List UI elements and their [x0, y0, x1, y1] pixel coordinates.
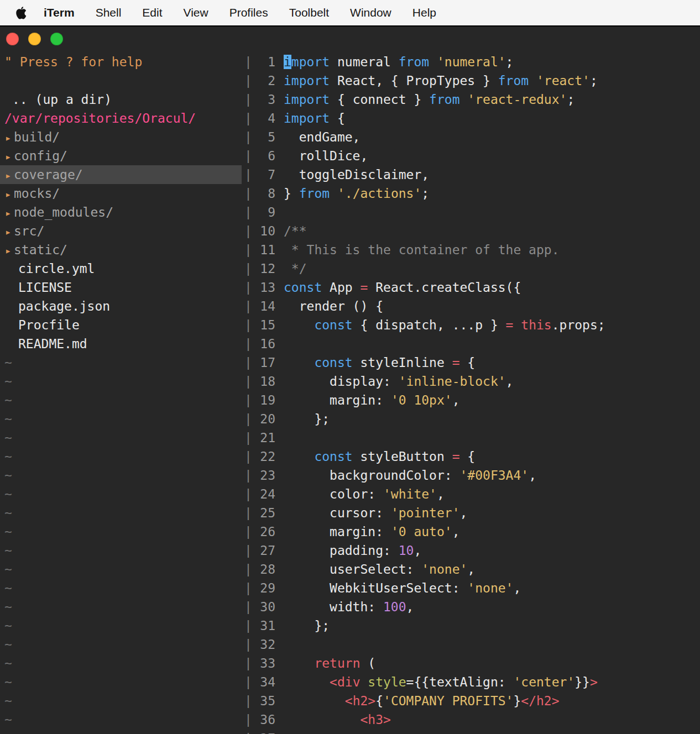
code-line[interactable]: |6 rollDice, — [242, 146, 700, 165]
code-line-text: }; — [275, 616, 330, 635]
code-token: * This is the container of the app. — [284, 243, 560, 257]
code-line[interactable]: |18 display: 'inline-block', — [242, 372, 700, 391]
tree-blank-line — [0, 71, 242, 90]
tree-item-label: src/ — [14, 224, 44, 238]
code-line[interactable]: |7 toggleDisclaimer, — [242, 165, 700, 184]
menu-item-help[interactable]: Help — [402, 6, 447, 19]
code-line[interactable]: |16 — [242, 334, 700, 353]
code-line[interactable]: |26 margin: '0 auto', — [242, 522, 700, 541]
code-line[interactable]: |1import numeral from 'numeral'; — [242, 53, 700, 71]
code-token — [330, 186, 337, 201]
code-line[interactable]: |35 <h2>{'COMPANY PROFITS'}</h2> — [242, 691, 700, 710]
code-token: , — [460, 506, 468, 520]
disclosure-triangle-icon[interactable]: ▸ — [0, 222, 14, 240]
menu-item-toolbelt[interactable]: Toolbelt — [279, 6, 339, 19]
code-line[interactable]: |12 */ — [242, 259, 700, 278]
disclosure-triangle-icon[interactable]: ▸ — [0, 147, 14, 165]
empty-line-tilde: ~ — [0, 616, 242, 635]
code-line[interactable]: |14 render () { — [242, 297, 700, 316]
code-line[interactable]: |15 const { dispatch, ...p } = this.prop… — [242, 316, 700, 334]
code-line[interactable]: |29 WebkitUserSelect: 'none', — [242, 579, 700, 597]
menu-item-iterm[interactable]: iTerm — [33, 6, 85, 19]
code-line[interactable]: |22 const styleButton = { — [242, 447, 700, 466]
tree-item-..-up-a-dir[interactable]: .. (up a dir) — [0, 90, 242, 109]
code-line-text: const styleButton = { — [275, 447, 475, 466]
code-line-text: <h2>{'COMPANY PROFITS'}</h2> — [275, 691, 560, 710]
tree-item-static[interactable]: ▸static/ — [0, 240, 242, 259]
vertical-split-separator: | — [242, 691, 255, 710]
code-line[interactable]: |4import { — [242, 109, 700, 128]
code-line[interactable]: |24 color: 'white', — [242, 485, 700, 504]
code-line[interactable]: |32 — [242, 635, 700, 654]
tree-item-mocks[interactable]: ▸mocks/ — [0, 184, 242, 203]
menu-item-shell[interactable]: Shell — [85, 6, 132, 19]
window-titlebar[interactable] — [0, 27, 700, 51]
code-line[interactable]: |2import React, { PropTypes } from 'reac… — [242, 71, 700, 90]
code-line[interactable]: |28 userSelect: 'none', — [242, 560, 700, 579]
code-line[interactable]: |27 padding: 10, — [242, 541, 700, 560]
code-token: <h2> — [345, 694, 375, 708]
menu-item-window[interactable]: Window — [339, 6, 402, 19]
tree-item-src[interactable]: ▸src/ — [0, 222, 242, 240]
tree-item-procfile[interactable]: Procfile — [0, 316, 242, 334]
tree-item-package.json[interactable]: package.json — [0, 297, 242, 316]
line-number: 25 — [255, 504, 275, 522]
code-line[interactable]: |33 return ( — [242, 654, 700, 673]
code-line[interactable]: |10/** — [242, 222, 700, 240]
code-line-text: margin: '0 auto', — [275, 522, 460, 541]
tree-item-build[interactable]: ▸build/ — [0, 128, 242, 146]
tree-item-license[interactable]: LICENSE — [0, 278, 242, 297]
tree-item-coverage[interactable]: ▸coverage/ — [0, 165, 242, 184]
empty-line-tilde: ~ — [0, 428, 242, 447]
disclosure-triangle-icon[interactable]: ▸ — [0, 166, 14, 184]
code-line[interactable]: |8} from './actions'; — [242, 184, 700, 203]
code-token: 'react-redux' — [467, 92, 567, 107]
code-line[interactable]: |23 backgroundColor: '#00F3A4', — [242, 466, 700, 485]
code-line[interactable]: |21 — [242, 428, 700, 447]
code-token: ={{textAlign: — [406, 675, 514, 689]
code-line[interactable]: |11 * This is the container of the app. — [242, 240, 700, 259]
code-line[interactable]: |3import { connect } from 'react-redux'; — [242, 90, 700, 109]
line-number: 19 — [255, 391, 275, 410]
disclosure-triangle-icon[interactable]: ▸ — [0, 185, 14, 203]
tree-item-config[interactable]: ▸config/ — [0, 146, 242, 165]
tree-item-circle.yml[interactable]: circle.yml — [0, 259, 242, 278]
menu-item-profiles[interactable]: Profiles — [219, 6, 279, 19]
code-token: React.createClass({ — [368, 280, 521, 295]
close-button[interactable] — [6, 33, 19, 45]
vertical-split-separator: | — [242, 53, 255, 71]
empty-line-tilde: ~ — [0, 447, 242, 466]
code-line[interactable]: |9 — [242, 203, 700, 222]
code-line[interactable]: |37 — [242, 729, 700, 734]
tree-item-node-modules[interactable]: ▸node_modules/ — [0, 203, 242, 222]
apple-menu[interactable] — [9, 7, 33, 19]
tree-item-readme.md[interactable]: README.md — [0, 334, 242, 353]
disclosure-triangle-icon[interactable]: ▸ — [0, 128, 14, 146]
menu-item-view[interactable]: View — [173, 6, 219, 19]
code-line[interactable]: |5 endGame, — [242, 128, 700, 146]
code-line[interactable]: |19 margin: '0 10px', — [242, 391, 700, 410]
zoom-button[interactable] — [50, 33, 63, 45]
vertical-split-separator: | — [242, 428, 255, 447]
line-number: 35 — [255, 691, 275, 710]
code-token: const — [314, 355, 352, 370]
minimize-button[interactable] — [28, 33, 41, 45]
code-line[interactable]: |20 }; — [242, 410, 700, 428]
code-line[interactable]: |30 width: 100, — [242, 597, 700, 616]
empty-line-tilde: ~ — [0, 560, 242, 579]
menu-item-edit[interactable]: Edit — [132, 6, 173, 19]
vertical-split-separator: | — [242, 71, 255, 90]
disclosure-triangle-icon[interactable]: ▸ — [0, 241, 14, 259]
line-number: 31 — [255, 616, 275, 635]
disclosure-triangle-icon[interactable]: ▸ — [0, 203, 14, 222]
code-token — [460, 92, 468, 107]
code-line[interactable]: |36 <h3> — [242, 710, 700, 729]
code-line[interactable]: |34 <div style={{textAlign: 'center'}}> — [242, 673, 700, 691]
line-number: 29 — [255, 579, 275, 597]
code-line[interactable]: |13const App = React.createClass({ — [242, 278, 700, 297]
code-line[interactable]: |31 }; — [242, 616, 700, 635]
line-number: 7 — [255, 165, 275, 184]
empty-line-tilde: ~ — [0, 673, 242, 691]
code-line[interactable]: |17 const styleInline = { — [242, 353, 700, 372]
code-line[interactable]: |25 cursor: 'pointer', — [242, 504, 700, 522]
